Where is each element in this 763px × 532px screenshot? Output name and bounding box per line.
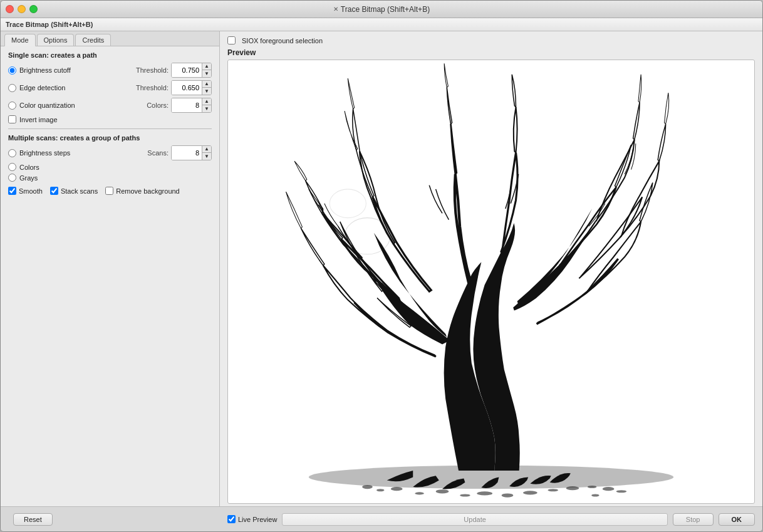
color-quantization-radio[interactable] <box>8 102 16 110</box>
update-button[interactable]: Update <box>282 513 668 526</box>
grays-label: Grays <box>19 174 212 182</box>
app-title-bar: Trace Bitmap (Shift+Alt+B) <box>1 18 762 31</box>
tab-bar: Mode Options Credits <box>1 31 219 46</box>
svg-point-14 <box>603 487 615 491</box>
svg-point-4 <box>391 487 403 491</box>
left-panel: Mode Options Credits Single scan: create… <box>1 31 220 506</box>
edge-detection-row: Edge detection Threshold: ▲ ▼ <box>8 80 212 95</box>
title-bar: ✕ Trace Bitmap (Shift+Alt+B) <box>1 1 762 18</box>
svg-point-15 <box>591 494 599 496</box>
svg-point-5 <box>415 492 424 494</box>
colors-label: Colors: <box>147 102 169 109</box>
svg-point-3 <box>376 489 384 491</box>
edge-threshold-down[interactable]: ▼ <box>202 88 211 95</box>
window-controls <box>6 5 38 13</box>
tab-mode[interactable]: Mode <box>4 34 36 46</box>
brightness-cutoff-threshold: Threshold: ▲ ▼ <box>136 63 212 78</box>
color-quantization-row: Color quantization Colors: ▲ ▼ <box>8 98 212 113</box>
smooth-label: Smooth <box>19 187 43 195</box>
svg-point-11 <box>548 489 558 491</box>
stop-button[interactable]: Stop <box>673 513 714 526</box>
color-quantization-up[interactable]: ▲ <box>202 98 211 105</box>
brightness-threshold-up[interactable]: ▲ <box>202 63 211 70</box>
invert-image-row: Invert image <box>8 115 212 123</box>
smooth-checkbox[interactable] <box>8 187 16 195</box>
remove-background-checkbox[interactable] <box>105 187 113 195</box>
close-button[interactable] <box>6 5 14 13</box>
window-title: ✕ Trace Bitmap (Shift+Alt+B) <box>333 5 430 14</box>
svg-point-8 <box>477 491 492 495</box>
options-checkboxes: Smooth Stack scans Remove background <box>8 187 212 195</box>
svg-point-7 <box>460 494 470 496</box>
edge-threshold-spin: ▲ ▼ <box>171 80 212 95</box>
edge-threshold-up[interactable]: ▲ <box>202 81 211 88</box>
edge-detection-label: Edge detection <box>19 84 136 91</box>
brightness-steps-radio[interactable] <box>8 149 16 157</box>
siox-checkbox[interactable] <box>227 36 236 44</box>
brightness-steps-down[interactable]: ▼ <box>202 153 211 160</box>
svg-point-12 <box>566 486 579 490</box>
brightness-threshold-input[interactable] <box>172 63 202 77</box>
colors-radio[interactable] <box>8 163 16 171</box>
minimize-button[interactable] <box>18 5 26 13</box>
color-quantization-down[interactable]: ▼ <box>202 105 211 112</box>
multiple-scans-title: Multiple scans: creates a group of paths <box>8 134 212 142</box>
siox-row: SIOX foreground selection <box>227 36 755 44</box>
brightness-cutoff-row: Brightness cutoff Threshold: ▲ ▼ <box>8 63 212 78</box>
color-quantization-label: Color quantization <box>19 102 147 109</box>
brightness-steps-up[interactable]: ▲ <box>202 146 211 153</box>
svg-point-16 <box>616 490 627 493</box>
stack-scans-checkbox[interactable] <box>50 187 58 195</box>
preview-label: Preview <box>227 48 755 57</box>
invert-image-checkbox[interactable] <box>8 115 16 123</box>
edge-detection-radio[interactable] <box>8 84 16 92</box>
brightness-threshold-spinners: ▲ ▼ <box>202 63 211 77</box>
stack-scans-item: Stack scans <box>50 187 98 195</box>
brightness-steps-spin: ▲ ▼ <box>171 145 212 160</box>
svg-point-9 <box>502 493 514 497</box>
maximize-button[interactable] <box>29 5 38 13</box>
grays-radio[interactable] <box>8 174 16 182</box>
live-preview-checkbox[interactable] <box>227 515 236 523</box>
ok-button[interactable]: OK <box>719 513 755 526</box>
brightness-steps-scans: Scans: ▲ ▼ <box>147 145 212 160</box>
preview-area <box>227 60 755 504</box>
bottom-strip-left: Reset <box>8 513 227 526</box>
siox-label: SIOX foreground selection <box>242 37 323 44</box>
panel-content: Single scan: creates a path Brightness c… <box>1 46 219 506</box>
grays-row: Grays <box>8 174 212 182</box>
tab-options[interactable]: Options <box>37 34 75 46</box>
action-buttons: Stop OK <box>673 513 755 526</box>
single-scan-title: Single scan: creates a path <box>8 51 212 59</box>
scans-label: Scans: <box>147 149 169 157</box>
bottom-strip: Reset Live Preview Update Stop OK <box>1 506 762 531</box>
edge-threshold-label: Threshold: <box>136 84 169 91</box>
reset-button[interactable]: Reset <box>13 513 53 526</box>
smooth-item: Smooth <box>8 187 43 195</box>
bottom-strip-right: Live Preview Update Stop OK <box>227 513 755 526</box>
brightness-steps-row: Brightness steps Scans: ▲ ▼ <box>8 145 212 160</box>
color-quantization-colors: Colors: ▲ ▼ <box>147 98 212 113</box>
remove-background-label: Remove background <box>116 187 180 195</box>
svg-point-2 <box>362 485 373 489</box>
edge-threshold-input[interactable] <box>172 81 202 95</box>
color-quantization-input[interactable] <box>172 98 202 112</box>
color-quantization-spin: ▲ ▼ <box>171 98 212 113</box>
edge-detection-threshold: Threshold: ▲ ▼ <box>136 80 212 95</box>
brightness-steps-label: Brightness steps <box>19 149 147 157</box>
svg-point-6 <box>436 489 449 493</box>
live-preview-check: Live Preview <box>227 515 277 523</box>
svg-point-13 <box>588 486 597 488</box>
tree-preview-svg <box>228 60 754 503</box>
brightness-threshold-spin: ▲ ▼ <box>171 63 212 78</box>
divider-1 <box>8 128 212 129</box>
colors-row: Colors <box>8 163 212 171</box>
live-preview-label: Live Preview <box>238 516 277 523</box>
brightness-cutoff-radio[interactable] <box>8 66 16 75</box>
tab-credits[interactable]: Credits <box>75 34 111 46</box>
stack-scans-label: Stack scans <box>61 187 98 195</box>
invert-image-label: Invert image <box>19 116 212 123</box>
brightness-steps-input[interactable] <box>172 146 202 160</box>
brightness-cutoff-label: Brightness cutoff <box>19 66 136 74</box>
brightness-threshold-down[interactable]: ▼ <box>202 70 211 77</box>
